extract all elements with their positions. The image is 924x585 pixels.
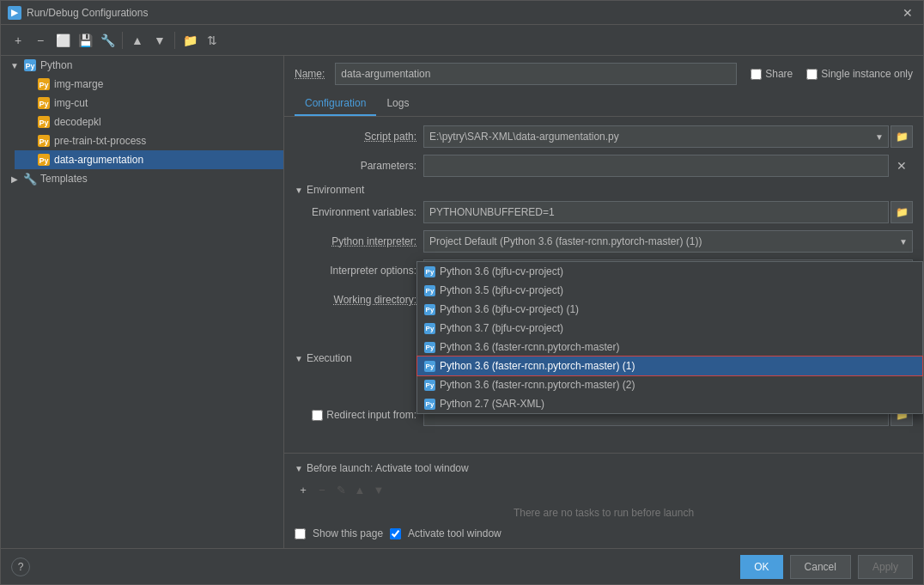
environment-label: Environment [307, 184, 364, 196]
name-label: Name: [295, 68, 325, 80]
single-instance-label: Single instance only [821, 68, 913, 80]
tree-python-group[interactable]: ▼ Py Python [1, 56, 283, 75]
py-icon-1: Py [37, 77, 51, 91]
spacer-1 [21, 77, 35, 91]
sort-button[interactable]: ⇅ [202, 30, 222, 51]
tree-label-decodepkl: decodepkl [54, 116, 101, 128]
move-up-button[interactable]: ▲ [127, 30, 148, 51]
bl-up-button[interactable]: ▲ [351, 481, 368, 498]
py-icon-dd-2: Py [424, 304, 435, 315]
remove-config-button[interactable]: − [30, 30, 51, 51]
before-launch-empty-text: There are no tasks to run before launch [295, 503, 913, 522]
spacer-3 [21, 115, 35, 129]
folder-button[interactable]: 📁 [179, 30, 200, 51]
execution-toggle[interactable]: ▼ [295, 354, 303, 363]
main-window: ▶ Run/Debug Configurations ✕ + − ⬜ 💾 🔧 ▲… [0, 0, 924, 585]
dropdown-item-1[interactable]: Py Python 3.5 (bjfu-cv-project) [417, 281, 922, 300]
share-group: Share [751, 68, 793, 80]
interpreter-dropdown-wrapper[interactable]: ▼ [423, 230, 913, 253]
save-config-button[interactable]: 💾 [75, 30, 95, 51]
bl-remove-button[interactable]: − [313, 481, 331, 498]
environment-toggle[interactable]: ▼ [295, 186, 303, 195]
copy-config-button[interactable]: ⬜ [52, 30, 73, 51]
move-down-button[interactable]: ▼ [149, 30, 170, 51]
svg-text:Py: Py [39, 119, 48, 127]
env-vars-input[interactable] [423, 201, 889, 223]
name-input[interactable] [335, 63, 737, 85]
toolbar: + − ⬜ 💾 🔧 ▲ ▼ 📁 ⇅ [1, 25, 923, 56]
show-page-label: Show this page [313, 527, 383, 539]
dropdown-item-2[interactable]: Py Python 3.6 (bjfu-cv-project) (1) [417, 300, 922, 319]
show-page-checkbox[interactable] [295, 528, 306, 539]
py-icon-3: Py [37, 115, 51, 129]
dropdown-item-label-6: Python 3.6 (faster-rcnn.pytorch-master) … [440, 379, 635, 391]
script-path-field-group: ▼ 📁 [423, 125, 913, 148]
before-launch-toolbar: + − ✎ ▲ ▼ [295, 481, 913, 498]
parameters-clear-button[interactable]: ✕ [891, 155, 913, 177]
env-vars-browse-button[interactable]: 📁 [891, 201, 913, 223]
ok-button[interactable]: OK [740, 555, 782, 579]
tree-item-decodepkl[interactable]: Py decodepkl [15, 113, 283, 131]
before-launch-section: ▼ Before launch: Activate tool window + … [284, 453, 923, 548]
python-group-label: Python [40, 59, 72, 71]
apply-button[interactable]: Apply [858, 555, 913, 579]
bl-down-button[interactable]: ▼ [370, 481, 387, 498]
settings-button[interactable]: 🔧 [97, 30, 118, 51]
dropdown-item-3[interactable]: Py Python 3.7 (bjfu-cv-project) [417, 319, 922, 338]
redirect-input-checkbox[interactable] [312, 410, 323, 421]
bottom-bar: ? OK Cancel Apply [1, 548, 923, 584]
dropdown-item-5[interactable]: Py Python 3.6 (faster-rcnn.pytorch-maste… [417, 356, 922, 375]
script-path-dropdown-wrapper: ▼ [423, 125, 889, 148]
environment-section-header: ▼ Environment [295, 184, 913, 196]
tree-item-data-argumentation[interactable]: Py data-argumentation [15, 150, 283, 169]
bl-edit-button[interactable]: ✎ [332, 481, 350, 498]
dropdown-item-6[interactable]: Py Python 3.6 (faster-rcnn.pytorch-maste… [417, 375, 922, 394]
tree-templates-group[interactable]: ▶ 🔧 Templates [1, 169, 283, 188]
dropdown-item-label-4: Python 3.6 (faster-rcnn.pytorch-master) [440, 341, 619, 353]
before-launch-footer: Show this page Activate tool window [295, 527, 913, 539]
expand-templates-icon: ▶ [8, 172, 21, 186]
python-group-icon: Py [23, 58, 37, 72]
dropdown-item-0[interactable]: Py Python 3.6 (bjfu-cv-project) [417, 262, 922, 281]
tree-label-img-marge: img-marge [54, 78, 103, 90]
activate-window-checkbox[interactable] [390, 528, 401, 539]
cancel-button[interactable]: Cancel [790, 555, 851, 579]
py-icon-2: Py [37, 96, 51, 110]
tree-item-pre-train[interactable]: Py pre-train-txt-process [15, 131, 283, 150]
dropdown-item-7[interactable]: Py Python 2.7 (SAR-XML) [417, 394, 922, 413]
script-path-browse-button[interactable]: 📁 [891, 125, 913, 148]
dropdown-item-4[interactable]: Py Python 3.6 (faster-rcnn.pytorch-maste… [417, 338, 922, 356]
name-row: Name: Share Single instance only [284, 56, 923, 92]
dropdown-item-label-3: Python 3.7 (bjfu-cv-project) [440, 322, 563, 334]
working-dir-label: Working directory: [295, 294, 423, 306]
py-icon-dd-5: Py [424, 361, 435, 372]
bl-add-button[interactable]: + [295, 481, 312, 498]
add-config-button[interactable]: + [8, 30, 28, 51]
tab-logs[interactable]: Logs [376, 92, 419, 116]
single-instance-checkbox[interactable] [806, 69, 818, 80]
tree-item-img-cut[interactable]: Py img-cut [15, 94, 283, 113]
tree-item-img-marge[interactable]: Py img-marge [15, 75, 283, 94]
templates-icon: 🔧 [23, 172, 37, 186]
py-icon-dd-6: Py [424, 380, 435, 391]
parameters-input[interactable] [423, 155, 889, 177]
dropdown-item-label-7: Python 2.7 (SAR-XML) [440, 398, 544, 410]
dropdown-item-label-2: Python 3.6 (bjfu-cv-project) (1) [440, 303, 579, 315]
share-checkbox[interactable] [751, 69, 762, 80]
python-children: Py img-marge Py img-cut Py decode [1, 75, 283, 169]
help-button[interactable]: ? [11, 558, 30, 576]
interpreter-input[interactable] [423, 230, 913, 253]
dropdown-item-label-0: Python 3.6 (bjfu-cv-project) [440, 265, 563, 277]
script-path-input[interactable] [423, 125, 889, 148]
dropdown-item-label-1: Python 3.5 (bjfu-cv-project) [440, 284, 563, 296]
py-icon-dd-7: Py [424, 399, 435, 410]
separator-1 [122, 32, 123, 49]
before-launch-toggle[interactable]: ▼ [295, 464, 303, 473]
py-icon-dd-0: Py [424, 266, 435, 277]
close-button[interactable]: ✕ [899, 4, 916, 21]
main-content: ▼ Py Python Py img-marge [1, 56, 923, 548]
python-interpreter-label: Python interpreter: [295, 235, 423, 247]
share-label: Share [765, 68, 793, 80]
tab-configuration[interactable]: Configuration [295, 92, 376, 116]
env-vars-field-group: 📁 [423, 201, 913, 223]
